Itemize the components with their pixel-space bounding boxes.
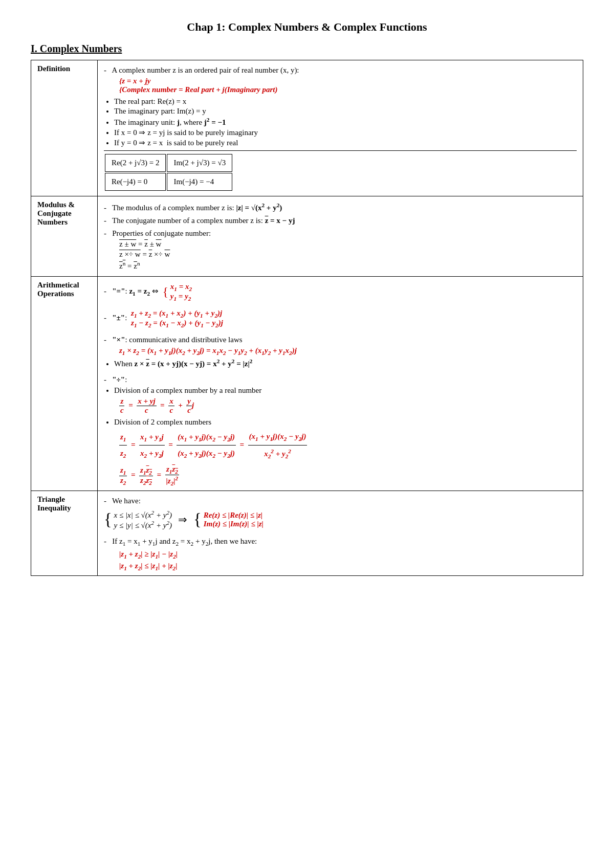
row-label-modulus: Modulus & Conjugate Numbers	[31, 196, 98, 277]
table-row: Triangle Inequality - We have: { x ≤ |x|…	[31, 491, 583, 576]
page-title: Chap 1: Complex Numbers & Complex Functi…	[31, 20, 583, 34]
table-row: Definition - A complex number z is an or…	[31, 60, 583, 196]
row-label-definition: Definition	[31, 60, 98, 196]
example-table: Re(2 + j√3) = 2 Im(2 + j√3) = √3 Re(−j4)…	[104, 153, 233, 192]
section-title: I. Complex Numbers	[31, 43, 583, 55]
table-row: Modulus & Conjugate Numbers - The modulu…	[31, 196, 583, 277]
row-content-modulus: - The modulus of a complex number z is: …	[98, 196, 583, 277]
row-label-arithmetic: Arithmetical Operations	[31, 277, 98, 491]
row-content-definition: - A complex number z is an ordered pair …	[98, 60, 583, 196]
main-table: Definition - A complex number z is an or…	[31, 60, 583, 576]
row-content-arithmetic: - "=": z1 = z2 ⇔ { x1 = x2 y1 = y2 - "±"…	[98, 277, 583, 491]
row-content-triangle: - We have: { x ≤ |x| ≤ √(x2 + y2) y ≤ |y…	[98, 491, 583, 576]
row-label-triangle: Triangle Inequality	[31, 491, 98, 576]
table-row: Arithmetical Operations - "=": z1 = z2 ⇔…	[31, 277, 583, 491]
